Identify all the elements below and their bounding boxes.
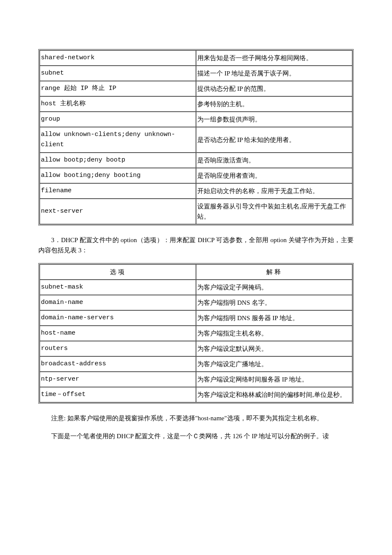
- opt-key: host-name: [40, 326, 196, 341]
- decl-desc: 开始启动文件的名称，应用于无盘工作站。: [196, 183, 352, 199]
- table-row: domain-name为客户端指明 DNS 名字。: [40, 295, 352, 310]
- dhcp-options-table: 选项 解释 subnet-mask为客户端设定子网掩码。 domain-name…: [38, 263, 354, 404]
- table2-body: subnet-mask为客户端设定子网掩码。 domain-name为客户端指明…: [40, 280, 352, 402]
- opt-key: domain-name-servers: [40, 310, 196, 326]
- header-explain: 解释: [196, 264, 352, 280]
- decl-key: allow bootp;deny bootp: [40, 153, 196, 168]
- decl-key: next-server: [40, 199, 196, 224]
- opt-key: time－offset: [40, 387, 196, 402]
- decl-desc: 是否响应使用者查询。: [196, 168, 352, 183]
- decl-desc: 提供动态分配 IP 的范围。: [196, 81, 352, 96]
- opt-key: subnet-mask: [40, 280, 196, 295]
- table-row: routers为客户端设定默认网关。: [40, 341, 352, 356]
- decl-desc: 为一组参数提供声明。: [196, 112, 352, 127]
- table2-head: 选项 解释: [40, 264, 352, 280]
- opt-key: routers: [40, 341, 196, 356]
- decl-key: allow booting;deny booting: [40, 168, 196, 183]
- table-row: allow booting;deny booting是否响应使用者查询。: [40, 168, 352, 183]
- decl-key: filename: [40, 183, 196, 199]
- decl-key: group: [40, 112, 196, 127]
- dhcp-declarations-table: shared-network用来告知是否一些子网络分享相同网络。 subnet描…: [38, 49, 354, 225]
- decl-desc: 参考特别的主机。: [196, 96, 352, 112]
- table1-body: shared-network用来告知是否一些子网络分享相同网络。 subnet描…: [40, 50, 352, 224]
- decl-key: subnet: [40, 66, 196, 81]
- opt-desc: 为客户端指明 DNS 名字。: [196, 295, 352, 310]
- table-row: subnet描述一个 IP 地址是否属于该子网。: [40, 66, 352, 81]
- table-row: broadcast-address为客户端设定广播地址。: [40, 356, 352, 372]
- table-row: allow unknown-clients;deny unknown-clien…: [40, 127, 352, 153]
- decl-key: allow unknown-clients;deny unknown-clien…: [40, 127, 196, 153]
- decl-desc: 是否动态分配 IP 给未知的使用者。: [196, 127, 352, 153]
- paragraph-example-intro: 下面是一个笔者使用的 DHCP 配置文件，这是一个Ｃ类网络，共 126 个 IP…: [38, 431, 354, 441]
- opt-key: domain-name: [40, 295, 196, 310]
- decl-desc: 描述一个 IP 地址是否属于该子网。: [196, 66, 352, 81]
- paragraph-options-intro: 3．DHCP 配置文件中的 option（选项）：用来配置 DHCP 可选参数，…: [38, 235, 354, 255]
- table-row: host 主机名称参考特别的主机。: [40, 96, 352, 112]
- opt-key: ntp-server: [40, 372, 196, 387]
- decl-desc: 用来告知是否一些子网络分享相同网络。: [196, 50, 352, 66]
- table-row: group为一组参数提供声明。: [40, 112, 352, 127]
- decl-key: host 主机名称: [40, 96, 196, 112]
- decl-key: shared-network: [40, 50, 196, 66]
- table-header-row: 选项 解释: [40, 264, 352, 280]
- paragraph-note: 注意: 如果客户端使用的是视窗操作系统，不要选择"host-name"选项，即不…: [38, 413, 354, 423]
- table-row: domain-name-servers为客户端指明 DNS 服务器 IP 地址。: [40, 310, 352, 326]
- document-page: shared-network用来告知是否一些子网络分享相同网络。 subnet描…: [0, 0, 392, 555]
- header-option: 选项: [40, 264, 196, 280]
- opt-desc: 为客户端设定默认网关。: [196, 341, 352, 356]
- table-row: range 起始 IP 终止 IP提供动态分配 IP 的范围。: [40, 81, 352, 96]
- opt-desc: 为客户端设定子网掩码。: [196, 280, 352, 295]
- opt-desc: 为客户端指明 DNS 服务器 IP 地址。: [196, 310, 352, 326]
- table-row: time－offset为客户端设定和格林威治时间的偏移时间,单位是秒。: [40, 387, 352, 402]
- table-row: allow bootp;deny bootp是否响应激活查询。: [40, 153, 352, 168]
- opt-desc: 为客户端设定和格林威治时间的偏移时间,单位是秒。: [196, 387, 352, 402]
- table-row: next-server设置服务器从引导文件中装如主机名,应用于无盘工作站。: [40, 199, 352, 224]
- decl-desc: 是否响应激活查询。: [196, 153, 352, 168]
- table-row: ntp-server为客户端设定网络时间服务器 IP 地址。: [40, 372, 352, 387]
- decl-key: range 起始 IP 终止 IP: [40, 81, 196, 96]
- table-row: shared-network用来告知是否一些子网络分享相同网络。: [40, 50, 352, 66]
- decl-desc: 设置服务器从引导文件中装如主机名,应用于无盘工作站。: [196, 199, 352, 224]
- opt-desc: 为客户端指定主机名称。: [196, 326, 352, 341]
- table-row: subnet-mask为客户端设定子网掩码。: [40, 280, 352, 295]
- table-row: filename开始启动文件的名称，应用于无盘工作站。: [40, 183, 352, 199]
- opt-key: broadcast-address: [40, 356, 196, 372]
- opt-desc: 为客户端设定网络时间服务器 IP 地址。: [196, 372, 352, 387]
- table-row: host-name为客户端指定主机名称。: [40, 326, 352, 341]
- opt-desc: 为客户端设定广播地址。: [196, 356, 352, 372]
